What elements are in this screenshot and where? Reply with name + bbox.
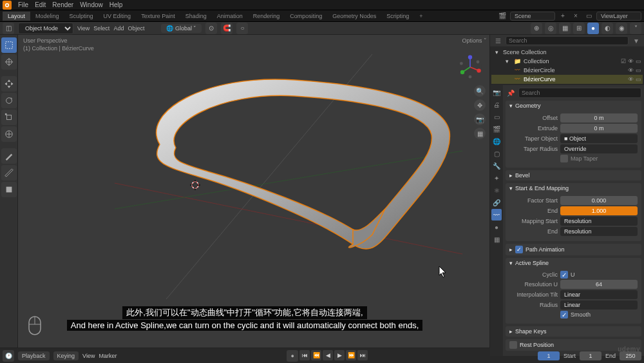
proptab-texture[interactable]: ▦	[491, 233, 502, 245]
viewport-3d[interactable]: User Perspective (1) Collection | Bézier…	[18, 35, 489, 348]
scene-del-icon[interactable]: ×	[571, 11, 581, 21]
tree-scene-collection[interactable]: ▾ Scene Collection	[491, 48, 643, 57]
tab-animation[interactable]: Animation	[212, 12, 248, 21]
proptab-render[interactable]: 📷	[491, 86, 502, 98]
proptab-output[interactable]: 🖨	[491, 99, 502, 110]
smooth-checkbox[interactable]: ✓	[560, 311, 568, 319]
mapping-start-field[interactable]: Resolution	[560, 217, 638, 226]
path-anim-checkbox[interactable]: ✓	[515, 246, 523, 253]
section-start-end[interactable]: ▾ Start & End Mapping	[506, 183, 641, 193]
eye-icon[interactable]: 👁	[628, 67, 634, 74]
proptab-object[interactable]: ▢	[491, 148, 502, 159]
proptab-physics[interactable]: ⚛	[491, 184, 502, 196]
proptab-modifier[interactable]: 🔧	[491, 160, 502, 172]
resolution-u-field[interactable]: 64	[560, 280, 638, 289]
viewlayer-input[interactable]	[596, 12, 641, 21]
keying-menu[interactable]: Keying	[53, 351, 79, 360]
eye-icon[interactable]: 👁	[628, 76, 634, 83]
proptab-scene[interactable]: 🎬	[491, 123, 502, 135]
scene-new-icon[interactable]: +	[558, 11, 568, 21]
menu-render[interactable]: Render	[52, 1, 73, 8]
autokey-icon[interactable]: ●	[287, 350, 298, 362]
jump-end-icon[interactable]: ⏭	[357, 350, 368, 360]
mapping-end-field[interactable]: Resolution	[560, 227, 638, 236]
tool-addcube[interactable]	[1, 182, 17, 197]
tab-compositing[interactable]: Compositing	[285, 12, 327, 21]
tool-select-box[interactable]	[1, 37, 17, 53]
tool-move[interactable]	[1, 76, 17, 92]
tab-scripting[interactable]: Scripting	[381, 12, 414, 21]
vp-menu-select[interactable]: Select	[93, 25, 109, 32]
tl-view[interactable]: View	[82, 353, 95, 359]
tool-transform[interactable]	[1, 126, 17, 142]
section-geometry[interactable]: ▾ Geometry	[506, 101, 641, 111]
offset-field[interactable]: 0 m	[560, 113, 638, 123]
solid-icon[interactable]: ●	[587, 23, 599, 34]
tab-shading[interactable]: Shading	[180, 12, 212, 21]
beziercurve-object[interactable]	[115, 54, 462, 299]
proportional-icon[interactable]: ○	[236, 23, 248, 34]
section-path-anim[interactable]: ▸ ✓ Path Animation	[506, 244, 641, 255]
timeline-type-icon[interactable]: 🕐	[3, 350, 14, 362]
vp-menu-object[interactable]: Object	[128, 25, 144, 32]
start-frame[interactable]: 1	[580, 351, 601, 360]
props-search[interactable]	[518, 88, 641, 98]
viewport-options[interactable]: Options ˅	[462, 37, 487, 44]
outliner-type-icon[interactable]: ☰	[493, 35, 503, 46]
tool-scale[interactable]	[1, 110, 17, 125]
current-frame[interactable]: 1	[538, 351, 560, 360]
disable-icon[interactable]: ▭	[636, 67, 641, 74]
shading-drop-icon[interactable]: ˅	[630, 23, 641, 34]
tool-rotate[interactable]	[1, 93, 17, 108]
jump-start-icon[interactable]: ⏮	[299, 350, 310, 360]
exclude-icon[interactable]: ☑	[621, 58, 626, 64]
keyframe-prev-icon[interactable]: ⏪	[311, 350, 321, 360]
tab-modeling[interactable]: Modeling	[30, 12, 64, 21]
rendered-icon[interactable]: ◉	[616, 23, 627, 34]
disable-icon[interactable]: ▭	[636, 58, 641, 64]
section-shape-keys[interactable]: ▸ Shape Keys	[506, 326, 641, 337]
tool-measure[interactable]	[1, 165, 17, 181]
factor-end-field[interactable]: 1.000	[560, 206, 638, 215]
play-rev-icon[interactable]: ◀	[323, 350, 333, 360]
taper-object-field[interactable]: ■ Object	[560, 134, 638, 143]
tab-rendering[interactable]: Rendering	[248, 12, 285, 21]
playback-menu[interactable]: Playback	[18, 351, 50, 360]
vp-menu-view[interactable]: View	[77, 25, 90, 32]
camera-view-icon[interactable]: 📷	[474, 113, 486, 125]
orientation-select[interactable]: 🌐 Global ˅	[161, 24, 202, 33]
radius-field[interactable]: Linear	[560, 300, 638, 309]
factor-start-field[interactable]: 0.000	[560, 196, 638, 205]
zoom-icon[interactable]: 🔍	[474, 85, 486, 97]
overlay-icon[interactable]: ◎	[545, 23, 556, 34]
pin-icon[interactable]: 📌	[506, 88, 516, 98]
scene-name-input[interactable]	[510, 12, 555, 21]
proptab-world[interactable]: 🌐	[491, 135, 502, 147]
vp-menu-add[interactable]: Add	[113, 25, 124, 32]
rest-pos-checkbox[interactable]	[509, 341, 517, 349]
disable-icon[interactable]: ▭	[636, 76, 641, 83]
play-icon[interactable]: ▶	[334, 350, 345, 360]
proptab-viewlayer[interactable]: ▭	[491, 111, 502, 123]
blender-logo-icon[interactable]	[3, 1, 12, 10]
tab-geonodes[interactable]: Geometry Nodes	[327, 12, 381, 21]
cyclic-u-checkbox[interactable]: ✓	[560, 271, 568, 279]
menu-edit[interactable]: Edit	[35, 1, 46, 8]
wire-icon[interactable]: ⊞	[573, 23, 585, 34]
proptab-data-curve[interactable]: 〰	[491, 209, 502, 221]
menu-file[interactable]: File	[18, 1, 28, 8]
proptab-particle[interactable]: ✦	[491, 172, 502, 184]
extrude-field[interactable]: 0 m	[560, 124, 638, 133]
tree-collection[interactable]: ▾ 📁 Collection ☑👁▭	[491, 57, 643, 66]
section-bevel[interactable]: ▸ Bevel	[506, 170, 641, 181]
gizmo-toggle-icon[interactable]: ⊕	[531, 23, 542, 34]
tree-beziercircle[interactable]: 〰 BézierCircle 👁▭	[491, 66, 643, 75]
matprev-icon[interactable]: ◐	[601, 23, 613, 34]
taper-radius-field[interactable]: Override	[560, 144, 638, 153]
move-view-icon[interactable]: ✥	[474, 99, 486, 111]
persp-icon[interactable]: ▦	[474, 128, 486, 139]
tab-texture[interactable]: Texture Paint	[136, 12, 180, 21]
editor-type-icon[interactable]: ◫	[3, 23, 14, 34]
mode-select[interactable]: Object Mode	[18, 23, 73, 34]
proptab-material[interactable]: ●	[491, 221, 502, 233]
